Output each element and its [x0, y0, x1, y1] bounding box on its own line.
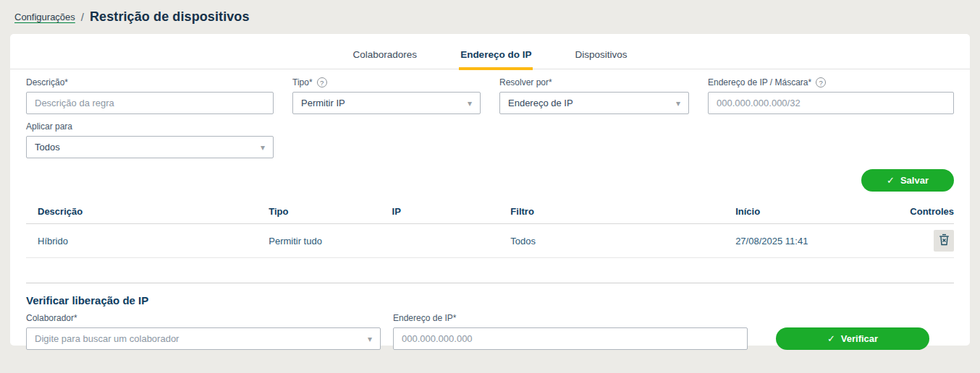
verify-endereco-ip-input[interactable] [393, 327, 748, 350]
resolver-por-field: Resolver por* Endereço de IP ▾ [499, 77, 689, 114]
verify-row: Colaborador* Digite para buscar um colab… [26, 313, 954, 350]
col-filtro: Filtro [499, 200, 724, 224]
cell-descricao: Híbrido [26, 224, 257, 258]
descricao-field: Descrição* [26, 77, 274, 114]
descricao-label: Descrição* [26, 77, 274, 87]
verify-endereco-ip-label: Endereço de IP* [393, 313, 748, 323]
tipo-field: Tipo* ? Permitir IP ▾ [292, 77, 481, 114]
verify-endereco-ip-field: Endereço de IP* [393, 313, 748, 350]
table-header-row: Descrição Tipo IP Filtro Início Controle… [26, 200, 954, 224]
endereco-ip-mascara-input[interactable] [708, 92, 954, 114]
rule-form-row: Descrição* Tipo* ? Permitir IP ▾ Resolve… [26, 77, 954, 114]
chevron-down-icon: ▾ [468, 99, 472, 108]
aplicar-para-select[interactable]: Todos ▾ [26, 136, 274, 158]
resolver-por-select-value: Endereço de IP [508, 98, 573, 108]
chevron-down-icon: ▾ [368, 335, 372, 343]
aplicar-para-row: Aplicar para Todos ▾ [26, 121, 954, 158]
tab-colaboradores[interactable]: Colaboradores [352, 46, 419, 70]
chevron-down-icon: ▾ [261, 143, 265, 152]
tipo-select[interactable]: Permitir IP ▾ [292, 92, 481, 114]
cell-filtro: Todos [499, 224, 724, 258]
aplicar-para-field: Aplicar para Todos ▾ [26, 121, 274, 158]
breadcrumb-separator: / [81, 11, 84, 23]
tipo-select-value: Permitir IP [301, 98, 345, 108]
col-descricao: Descrição [26, 200, 257, 224]
verify-button-label: Verificar [841, 333, 878, 344]
colaborador-field: Colaborador* Digite para buscar um colab… [26, 313, 381, 350]
delete-rule-button[interactable] [934, 230, 954, 252]
endereco-ip-mascara-label: Endereço de IP / Máscara* ? [708, 77, 954, 87]
tab-bar: Colaboradores Endereço do IP Dispositivo… [10, 34, 970, 69]
chevron-down-icon: ▾ [676, 99, 680, 108]
table-row: Híbrido Permitir tudo Todos 27/08/2025 1… [26, 224, 954, 258]
resolver-por-label: Resolver por* [499, 77, 689, 87]
tipo-help-icon[interactable]: ? [317, 77, 327, 87]
colaborador-label: Colaborador* [26, 313, 381, 323]
endereco-ip-mascara-label-text: Endereço de IP / Máscara* [708, 77, 811, 87]
check-icon: ✓ [827, 333, 835, 344]
save-button-label: Salvar [900, 175, 929, 186]
trash-icon [939, 233, 950, 248]
descricao-input[interactable] [26, 92, 274, 114]
aplicar-para-select-value: Todos [35, 142, 60, 153]
tab-endereco-do-ip[interactable]: Endereço do IP [459, 46, 533, 70]
save-button[interactable]: ✓ Salvar [861, 169, 954, 192]
cell-tipo: Permitir tudo [257, 224, 380, 258]
tab-dispositivos[interactable]: Dispositivos [573, 46, 628, 70]
ip-rules-table: Descrição Tipo IP Filtro Início Controle… [26, 200, 954, 258]
cell-ip [381, 224, 499, 258]
resolver-por-select[interactable]: Endereço de IP ▾ [499, 92, 689, 114]
breadcrumb-link-configuracoes[interactable]: Configurações [14, 12, 75, 22]
breadcrumb: Configurações / Restrição de dispositivo… [0, 0, 980, 34]
colaborador-select-placeholder: Digite para buscar um colaborador [35, 333, 179, 344]
endereco-ip-mascara-help-icon[interactable]: ? [816, 77, 826, 87]
section-divider [26, 283, 954, 283]
device-restriction-card: Colaboradores Endereço do IP Dispositivo… [10, 34, 970, 346]
page-title: Restrição de dispositivos [90, 9, 250, 25]
verify-button[interactable]: ✓ Verificar [776, 327, 929, 350]
col-ip: IP [381, 200, 499, 224]
col-controles: Controles [898, 200, 954, 224]
aplicar-para-label: Aplicar para [26, 121, 274, 132]
save-row: ✓ Salvar [26, 169, 954, 192]
colaborador-select[interactable]: Digite para buscar um colaborador ▾ [26, 327, 381, 350]
cell-inicio: 27/08/2025 11:41 [724, 224, 898, 258]
tipo-label: Tipo* ? [292, 77, 481, 87]
endereco-ip-mascara-field: Endereço de IP / Máscara* ? [708, 77, 954, 114]
check-icon: ✓ [887, 175, 895, 186]
tipo-label-text: Tipo* [292, 77, 313, 87]
col-tipo: Tipo [257, 200, 380, 224]
verify-section-title: Verificar liberação de IP [26, 294, 954, 306]
col-inicio: Início [724, 200, 898, 224]
